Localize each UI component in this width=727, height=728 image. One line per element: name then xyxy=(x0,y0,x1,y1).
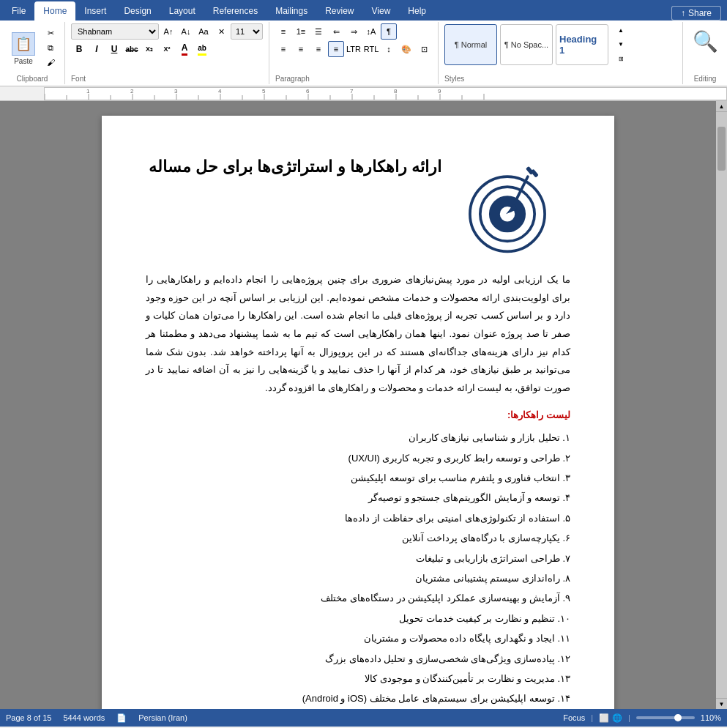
svg-text:3: 3 xyxy=(174,88,178,94)
styles-row: ¶ Normal ¶ No Spac... Heading 1 ▲ ▼ ⊞ xyxy=(444,23,676,66)
tab-file[interactable]: File xyxy=(3,1,34,21)
borders-button[interactable]: ⊡ xyxy=(416,41,432,57)
search-editing-button[interactable]: 🔍 xyxy=(692,23,718,59)
clear-formatting-button[interactable]: ✕ xyxy=(213,23,229,40)
copy-button[interactable]: ⧉ Copy xyxy=(42,41,59,54)
font-row-2: B I U abc X₂ X² A ab xyxy=(71,41,263,57)
tab-home[interactable]: Home xyxy=(34,1,75,21)
bullets-button[interactable]: ≡ xyxy=(275,23,291,40)
italic-button[interactable]: I xyxy=(89,41,105,57)
share-button[interactable]: ↑ Share xyxy=(671,6,721,21)
doc-icon: 📄 xyxy=(116,713,127,723)
highlight-color-button[interactable]: ab xyxy=(194,41,210,57)
tab-view[interactable]: View xyxy=(363,1,400,21)
subscript-button[interactable]: X₂ xyxy=(141,41,157,57)
decrease-indent-button[interactable]: ⇐ xyxy=(328,23,344,40)
svg-text:2: 2 xyxy=(130,88,134,94)
list-item: ۱۲. پیاده‌سازی ویژگی‌های شخصی‌سازی و تحل… xyxy=(146,650,570,667)
tab-layout[interactable]: Layout xyxy=(160,1,204,21)
sort-button[interactable]: ↕A xyxy=(363,23,379,40)
ruler: 1 2 3 4 5 6 7 8 xyxy=(44,87,727,100)
cut-button[interactable]: ✂ Cut xyxy=(42,26,59,40)
styles-label: Styles xyxy=(444,73,676,83)
multilevel-button[interactable]: ☰ xyxy=(310,23,327,40)
paste-button[interactable]: 📋 Paste xyxy=(6,26,41,70)
style-no-spacing[interactable]: ¶ No Spac... xyxy=(500,24,553,65)
document-scroll[interactable]: ارائه راهکارها و استراتژی‌ها برای حل مسا… xyxy=(0,101,716,709)
scroll-up-button[interactable]: ▲ xyxy=(716,101,727,112)
rtl-button[interactable]: RTL xyxy=(363,41,379,57)
document-title: ارائه راهکارها و استراتژی‌ها برای حل مسا… xyxy=(146,152,444,182)
numbering-button[interactable]: 1≡ xyxy=(293,23,309,40)
paste-icon: 📋 xyxy=(12,32,35,56)
ribbon-content: 📋 Paste ✂ Cut ⧉ Copy 🖌 Clipboard Shabnam xyxy=(0,21,727,86)
list-item: ۷. طراحی استراتژی بازاریابی و تبلیغات xyxy=(146,550,570,567)
shading-button[interactable]: 🎨 xyxy=(398,41,414,57)
increase-indent-button[interactable]: ⇒ xyxy=(346,23,362,40)
align-right-button[interactable]: ≡ xyxy=(310,41,327,57)
change-case-button[interactable]: Aa xyxy=(195,23,212,40)
svg-text:1: 1 xyxy=(86,88,90,94)
tab-design[interactable]: Design xyxy=(115,1,160,21)
ribbon: File Home Insert Design Layout Reference… xyxy=(0,0,727,86)
tab-insert[interactable]: Insert xyxy=(75,1,115,21)
view-mode-buttons: ⬜ 🌐 xyxy=(599,713,622,723)
document-area: ارائه راهکارها و استراتژی‌ها برای حل مسا… xyxy=(0,101,727,709)
style-heading1[interactable]: Heading 1 xyxy=(556,24,608,65)
editing-label: Editing xyxy=(694,73,717,83)
tab-review[interactable]: Review xyxy=(316,1,362,21)
svg-text:5: 5 xyxy=(262,88,266,94)
zoom-level[interactable]: 110% xyxy=(701,713,721,722)
underline-button[interactable]: U xyxy=(106,41,122,57)
styles-more-button[interactable]: ▲ ▼ ⊞ xyxy=(613,23,629,66)
zoom-slider[interactable] xyxy=(636,716,695,719)
list-item: ۴. توسعه و آزمایش الگوریتم‌های جستجو و ت… xyxy=(146,489,570,506)
document-list-title: لیست راهکارها: xyxy=(146,406,570,423)
focus-label[interactable]: Focus xyxy=(563,713,585,722)
grow-font-button[interactable]: A↑ xyxy=(160,23,176,40)
tab-mailings[interactable]: Mailings xyxy=(266,1,316,21)
print-layout-button[interactable]: ⬜ xyxy=(599,713,609,723)
svg-text:6: 6 xyxy=(306,88,310,94)
language-indicator: Persian (Iran) xyxy=(138,713,187,722)
align-center-button[interactable]: ≡ xyxy=(293,41,309,57)
superscript-button[interactable]: X² xyxy=(159,41,175,57)
show-marks-button[interactable]: ¶ xyxy=(381,23,397,40)
clipboard-group: 📋 Paste ✂ Cut ⧉ Copy 🖌 Clipboard xyxy=(0,22,65,84)
shrink-font-button[interactable]: A↓ xyxy=(178,23,194,40)
strikethrough-button[interactable]: abc xyxy=(124,41,140,57)
ruler-svg: 1 2 3 4 5 6 7 8 xyxy=(45,87,726,100)
ruler-area: 1 2 3 4 5 6 7 8 xyxy=(0,86,727,101)
font-row-1: Shabnam A↑ A↓ Aa ✕ 11 xyxy=(71,23,263,40)
scroll-down-button[interactable]: ▼ xyxy=(716,698,727,709)
font-label: Font xyxy=(71,73,263,83)
separator2: | xyxy=(628,713,630,722)
justify-button[interactable]: ≡ xyxy=(328,41,344,57)
ltr-button[interactable]: LTR xyxy=(346,41,362,57)
styles-group: ¶ Normal ¶ No Spac... Heading 1 ▲ ▼ ⊞ St… xyxy=(439,22,683,84)
tab-help[interactable]: Help xyxy=(399,1,435,21)
format-painter-button[interactable]: 🖌 xyxy=(42,56,59,69)
font-name-select[interactable]: Shabnam xyxy=(71,23,159,40)
tab-references[interactable]: References xyxy=(204,1,266,21)
web-layout-button[interactable]: 🌐 xyxy=(612,713,622,723)
line-spacing-button[interactable]: ↕ xyxy=(381,41,397,57)
align-left-button[interactable]: ≡ xyxy=(275,41,291,57)
separator: | xyxy=(591,713,593,722)
bold-button[interactable]: B xyxy=(71,41,87,57)
font-color-button[interactable]: A xyxy=(176,41,193,57)
list-item: ۹. آزمایش و بهینه‌سازی عملکرد اپلیکیشن د… xyxy=(146,590,570,606)
vertical-scrollbar[interactable]: ▲ ▼ xyxy=(716,101,727,709)
zoom-thumb[interactable] xyxy=(674,714,682,721)
font-size-select[interactable]: 11 xyxy=(231,23,263,40)
paragraph-label: Paragraph xyxy=(275,73,432,83)
scroll-thumb[interactable] xyxy=(717,127,726,171)
list-item: ۲. طراحی و توسعه رابط کاربری و تجربه کار… xyxy=(146,450,570,467)
clipboard-label: Clipboard xyxy=(17,73,48,83)
style-normal[interactable]: ¶ Normal xyxy=(444,24,497,65)
clipboard-inner: 📋 Paste ✂ Cut ⧉ Copy 🖌 xyxy=(6,23,59,73)
font-group: Shabnam A↑ A↓ Aa ✕ 11 B I U abc X₂ X² xyxy=(65,22,269,84)
clipboard-small-buttons: ✂ Cut ⧉ Copy 🖌 xyxy=(42,26,59,70)
document-page: ارائه راهکارها و استراتژی‌ها برای حل مسا… xyxy=(102,116,614,709)
editing-group: 🔍 Editing xyxy=(683,22,727,84)
